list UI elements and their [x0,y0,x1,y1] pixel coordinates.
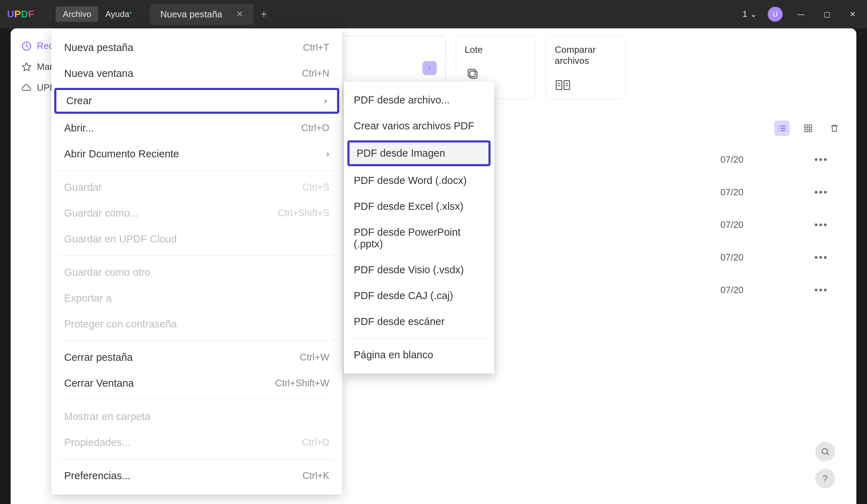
svg-rect-3 [556,80,562,89]
divider [58,459,335,459]
avatar[interactable]: U [768,7,783,22]
svg-rect-18 [809,129,812,132]
submenu-pdf-excel[interactable]: PDF desde Excel (.xlsx) [344,194,494,219]
add-tab-button[interactable]: + [261,8,267,21]
svg-rect-17 [805,129,807,132]
svg-rect-4 [564,80,570,89]
menu-proteger: Proteger con contraseña [51,311,342,337]
sidebar-item-label: Mar [37,61,53,72]
submenu-pdf-powerpoint[interactable]: PDF desde PowerPoint (.pptx) [344,219,494,257]
submenu-pdf-archivo[interactable]: PDF desde archivo... [344,87,494,113]
delete-button[interactable] [827,121,842,136]
titlebar: UPDF Archivo Ayuda● Nueva pestaña ✕ + 1 … [0,0,867,28]
menu-guardar-como: Guardar como...Ctrl+Shift+S [51,200,342,226]
submenu-pdf-escaner[interactable]: PDF desde escáner [344,309,494,335]
grid-view-button[interactable] [800,121,816,136]
chevron-right-icon: › [324,95,327,106]
shortcut: Ctrl+S [302,182,329,193]
svg-rect-2 [468,69,475,77]
menu-guardar-otro: Guardar como otro [51,259,342,285]
svg-point-19 [822,448,827,454]
star-icon [21,62,32,72]
minimize-button[interactable]: — [793,7,809,21]
list-view-button[interactable] [774,121,790,136]
menu-guardar: GuardarCtrl+S [51,174,342,200]
more-icon[interactable]: ••• [815,219,828,230]
card-comparar[interactable]: Comparar archivos [546,35,626,99]
tab-label: Nueva pestaña [160,9,222,20]
menu-archivo[interactable]: Archivo [56,6,98,22]
archivo-dropdown: Nueva pestañaCtrl+T Nueva ventanaCtrl+N … [51,29,342,494]
submenu-crear-varios[interactable]: Crear varios archivos PDF [344,113,494,139]
help-fab[interactable]: ? [815,469,835,488]
search-fab[interactable] [815,442,835,461]
shortcut: Ctrl+K [302,470,329,481]
card-title: Comparar archivos [555,44,617,66]
menu-guardar-cloud: Guardar en UPDF Cloud [51,226,342,252]
menu-mostrar-carpeta: Mostrar en carpeta [51,404,342,430]
submenu-pdf-word[interactable]: PDF desde Word (.docx) [344,168,494,194]
app-logo: UPDF [7,9,34,20]
compare-icon [555,77,571,93]
more-icon[interactable]: ••• [815,154,828,165]
svg-rect-16 [809,125,812,128]
svg-rect-1 [470,71,477,78]
cloud-icon [21,83,32,93]
svg-line-20 [827,453,828,455]
divider [58,256,335,256]
file-date: 07/20 [721,154,744,165]
more-icon[interactable]: ••• [815,252,828,263]
batch-icon [465,66,481,82]
menu-nueva-pestana[interactable]: Nueva pestañaCtrl+T [51,35,342,61]
menu-cerrar-pestana[interactable]: Cerrar pestañaCtrl+W [51,345,342,370]
tab-nueva-pestana[interactable]: Nueva pestaña ✕ [150,4,253,25]
divider [58,341,335,341]
tab-counter[interactable]: 1 ⌄ [743,9,757,19]
menu-preferencias[interactable]: Preferencias...Ctrl+K [51,463,342,489]
more-icon[interactable]: ••• [815,284,828,296]
divider [58,170,335,171]
maximize-button[interactable]: ▢ [820,7,835,21]
chevron-right-icon: › [326,149,329,159]
submenu-pdf-visio[interactable]: PDF desde Visio (.vsdx) [344,257,494,283]
close-window-button[interactable]: ✕ [845,7,860,21]
shortcut: Ctrl+O [301,123,329,134]
divider [50,9,50,19]
file-date: 07/20 [721,285,744,296]
file-date: 07/20 [721,219,744,230]
menu-propiedades: Propiedades...Ctrl+D [51,430,342,455]
crear-submenu: PDF desde archivo... Crear varios archiv… [344,82,494,374]
card-title: Lote [465,44,527,55]
divider [349,338,488,338]
menu-crear[interactable]: Crear› [54,88,339,114]
menu-exportar: Exportar a [51,285,342,311]
menu-abrir-reciente[interactable]: Abrir Dcumento Reciente› [51,141,342,167]
close-icon[interactable]: ✕ [236,10,243,19]
shortcut: Ctrl+Shift+S [278,208,329,219]
card-action-icon[interactable]: › [423,61,437,75]
submenu-pagina-blanco[interactable]: Página en blanco [344,342,494,368]
shortcut: Ctrl+N [302,68,329,79]
file-date: 07/20 [721,252,744,263]
shortcut: Ctrl+W [300,352,329,363]
svg-rect-15 [805,125,807,128]
menu-cerrar-ventana[interactable]: Cerrar VentanaCtrl+Shift+W [51,370,342,396]
file-date: 07/20 [721,187,744,198]
shortcut: Ctrl+D [302,437,329,448]
menu-nueva-ventana[interactable]: Nueva ventanaCtrl+N [51,61,342,86]
menu-ayuda[interactable]: Ayuda● [98,6,139,22]
submenu-pdf-caj[interactable]: PDF desde CAJ (.caj) [344,283,494,309]
clock-icon [21,41,32,51]
shortcut: Ctrl+T [303,42,329,53]
menu-abrir[interactable]: Abrir...Ctrl+O [51,115,342,141]
submenu-pdf-imagen[interactable]: PDF desde Imagen [347,140,491,166]
chevron-down-icon: ⌄ [750,9,757,19]
more-icon[interactable]: ••• [815,186,828,198]
shortcut: Ctrl+Shift+W [275,378,329,389]
divider [58,400,335,400]
